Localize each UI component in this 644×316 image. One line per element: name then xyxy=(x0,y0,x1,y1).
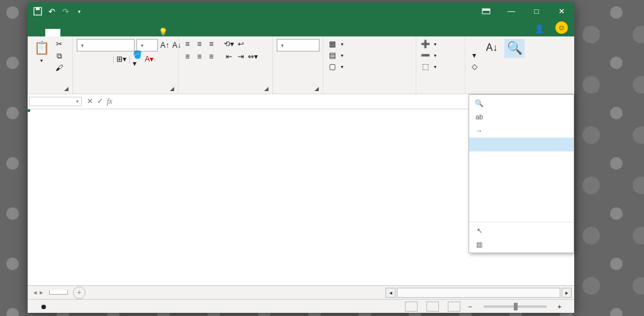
accounting-format-icon[interactable] xyxy=(277,54,287,64)
align-right-icon[interactable]: ≡ xyxy=(206,52,216,62)
macro-record-icon[interactable]: ⏺ xyxy=(40,303,47,310)
tab-home[interactable] xyxy=(45,29,60,36)
sheet-tab-active[interactable] xyxy=(49,290,68,295)
border-button[interactable]: ⊞▾ xyxy=(116,54,126,64)
qat-customize-icon[interactable]: ▾ xyxy=(74,6,84,16)
conditional-formatting-button[interactable]: ▦▾ xyxy=(327,39,343,49)
maximize-button[interactable]: □ xyxy=(524,3,549,20)
redo-icon[interactable]: ↷ xyxy=(60,6,70,16)
menu-cond-fmt[interactable] xyxy=(469,179,574,193)
decrease-indent-icon[interactable]: ⇤ xyxy=(224,52,234,62)
menu-comments[interactable] xyxy=(469,165,574,179)
font-name-combo[interactable]: ▾ xyxy=(77,39,135,52)
menu-selection-pane[interactable]: ▥ xyxy=(469,237,574,251)
copy-icon[interactable]: ⧉ xyxy=(54,51,64,61)
orientation-icon[interactable]: ⟲▾ xyxy=(224,39,234,49)
status-bar: ⏺ − + xyxy=(28,299,574,313)
menu-select-objects[interactable]: ↖ xyxy=(469,224,574,237)
fill-color-button[interactable]: 🪣▾ xyxy=(132,54,142,64)
find-select-button[interactable]: 🔍 xyxy=(504,39,525,58)
scroll-right-icon[interactable]: ▸ xyxy=(562,288,572,298)
bold-button[interactable] xyxy=(77,54,87,64)
underline-button[interactable] xyxy=(101,54,111,64)
merge-center-icon[interactable]: ⇔▾ xyxy=(248,52,258,62)
autosum-button[interactable] xyxy=(469,39,479,49)
sheet-nav[interactable]: ◂ ▸ xyxy=(28,288,49,297)
tab-insert[interactable] xyxy=(60,29,75,36)
tell-me-box[interactable]: 💡 xyxy=(151,28,528,36)
cancel-formula-icon[interactable]: ✕ xyxy=(87,97,93,106)
wrap-text-icon[interactable]: ↩ xyxy=(236,39,246,49)
delete-cells-button[interactable]: ➖▾ xyxy=(420,50,436,60)
page-layout-view-icon[interactable] xyxy=(426,302,439,312)
share-button[interactable]: 👤 xyxy=(528,21,553,36)
cut-icon[interactable]: ✂ xyxy=(54,39,64,49)
zoom-in-icon[interactable]: + xyxy=(558,303,562,310)
normal-view-icon[interactable] xyxy=(405,302,418,312)
align-top-icon[interactable]: ≡ xyxy=(182,39,192,49)
undo-icon[interactable]: ↶ xyxy=(47,6,57,16)
insert-cells-button[interactable]: ➕▾ xyxy=(420,39,436,49)
menu-find[interactable]: 🔍 xyxy=(469,96,574,110)
pane-icon: ▥ xyxy=(474,239,484,249)
tab-formulas[interactable] xyxy=(91,29,106,36)
alignment-dialog-icon[interactable]: ◢ xyxy=(262,85,269,92)
group-cells: ➕▾ ➖▾ ⬚▾ xyxy=(416,36,465,94)
group-alignment: ≡ ≡ ≡ ⟲▾ ↩ ≡ ≡ ≡ ⇤ ⇥ ⇔▾ ◢ xyxy=(179,36,273,94)
name-box[interactable]: ▾ xyxy=(29,97,82,106)
fill-button[interactable]: ▾ xyxy=(469,50,479,60)
font-size-combo[interactable]: ▾ xyxy=(136,39,158,52)
number-dialog-icon[interactable]: ◢ xyxy=(313,85,319,92)
increase-indent-icon[interactable]: ⇥ xyxy=(236,52,246,62)
ribbon-tabs: 💡 👤 ☺ xyxy=(28,20,574,36)
percent-format-icon[interactable] xyxy=(289,54,299,64)
sort-filter-button[interactable]: A↓ xyxy=(482,39,502,58)
ribbon-display-icon[interactable] xyxy=(474,3,499,20)
increase-decimal-icon[interactable] xyxy=(277,67,287,77)
align-left-icon[interactable]: ≡ xyxy=(182,52,192,62)
format-cells-icon: ⬚ xyxy=(420,62,430,72)
clear-button[interactable]: ◇ xyxy=(469,62,479,72)
menu-goto-special[interactable] xyxy=(469,138,574,151)
enter-formula-icon[interactable]: ✓ xyxy=(97,97,103,106)
zoom-out-icon[interactable]: − xyxy=(468,303,472,310)
paste-button[interactable]: 📋 ▾ xyxy=(31,39,52,65)
minimize-button[interactable]: — xyxy=(499,3,524,20)
format-cells-button[interactable]: ⬚▾ xyxy=(420,62,436,72)
menu-constants[interactable] xyxy=(469,193,574,207)
tab-review[interactable] xyxy=(121,29,136,36)
tab-data[interactable] xyxy=(106,29,121,36)
align-middle-icon[interactable]: ≡ xyxy=(194,39,204,49)
save-icon[interactable] xyxy=(33,6,43,16)
tab-page-layout[interactable] xyxy=(75,29,91,36)
format-as-table-button[interactable]: ▤▾ xyxy=(327,50,343,60)
font-dialog-icon[interactable]: ◢ xyxy=(168,85,174,92)
font-color-button[interactable]: A▾ xyxy=(144,54,154,64)
tab-file[interactable] xyxy=(30,29,45,36)
menu-goto[interactable]: → xyxy=(469,124,574,138)
format-painter-icon[interactable]: 🖌 xyxy=(54,63,64,73)
page-break-view-icon[interactable] xyxy=(448,302,460,312)
tab-view[interactable] xyxy=(136,29,151,36)
align-bottom-icon[interactable]: ≡ xyxy=(206,39,216,49)
scroll-track[interactable] xyxy=(397,288,560,298)
align-center-icon[interactable]: ≡ xyxy=(194,52,204,62)
menu-replace[interactable]: ab xyxy=(469,110,574,124)
new-sheet-button[interactable]: + xyxy=(73,286,86,299)
feedback-smiley-icon[interactable]: ☺ xyxy=(555,21,568,34)
horizontal-scrollbar[interactable]: ◂ ▸ xyxy=(86,288,574,298)
zoom-slider[interactable] xyxy=(484,305,547,308)
increase-font-icon[interactable]: A↑ xyxy=(160,40,170,50)
clipboard-dialog-icon[interactable]: ◢ xyxy=(62,85,69,92)
scroll-left-icon[interactable]: ◂ xyxy=(386,288,396,298)
cell-styles-button[interactable]: ▢▾ xyxy=(327,62,343,72)
comma-format-icon[interactable] xyxy=(301,54,311,64)
decrease-decimal-icon[interactable] xyxy=(289,67,299,77)
menu-formulas[interactable] xyxy=(469,151,574,165)
window-controls: — □ ✕ xyxy=(474,3,574,20)
menu-data-validation[interactable] xyxy=(469,207,574,221)
close-button[interactable]: ✕ xyxy=(549,3,574,20)
insert-function-icon[interactable]: fx xyxy=(107,97,113,106)
number-format-combo[interactable]: ▾ xyxy=(277,39,319,52)
italic-button[interactable] xyxy=(89,54,99,64)
